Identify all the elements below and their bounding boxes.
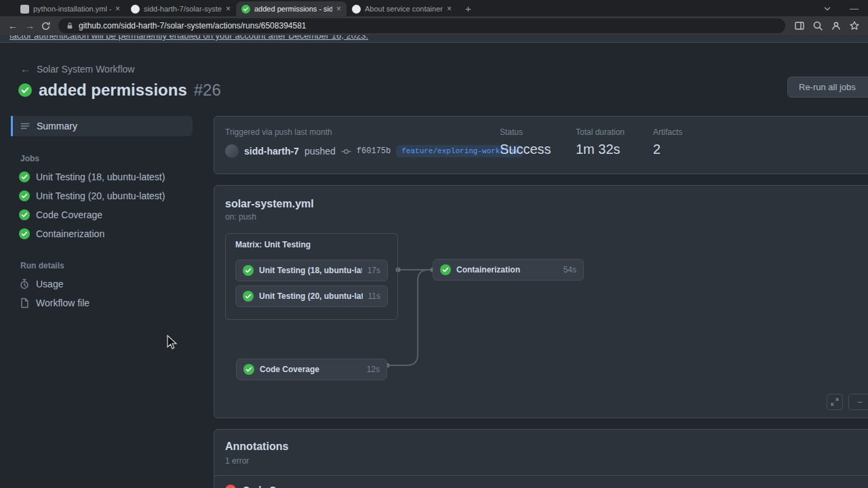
duration-label: Total duration [576, 127, 625, 137]
annotation-row-code-coverage[interactable]: Code Coverage [214, 475, 868, 488]
sidebar-job-code-coverage[interactable]: Code Coverage [11, 205, 193, 224]
status-stat: Status Success [500, 127, 551, 157]
jobs-section-label: Jobs [20, 154, 193, 163]
usage-label: Usage [36, 279, 63, 289]
github-favicon [131, 5, 140, 14]
zoom-out-button[interactable]: − [848, 394, 868, 410]
search-icon[interactable] [811, 20, 825, 31]
run-sidebar: Summary Jobs Unit Testing (18, ubuntu-la… [11, 116, 193, 488]
run-title-row: added permissions #26 [18, 81, 868, 100]
workflow-file-label: Workflow file [36, 298, 90, 308]
sidebar-job-containerization[interactable]: Containerization [11, 224, 193, 243]
graph-node-unit-testing-18[interactable]: Unit Testing (18, ubuntu-lat... 17s [235, 260, 388, 281]
url-text: github.com/sidd-harth-7/solar-system/act… [79, 21, 307, 30]
run-details-section-label: Run details [20, 261, 193, 270]
node-label: Containerization [456, 265, 558, 274]
github-actions-run-page: factor authentication will be permanentl… [0, 35, 868, 488]
duration-stat: Total duration 1m 32s [576, 127, 625, 157]
check-icon [243, 364, 254, 375]
run-status-check-icon [18, 83, 32, 97]
workflow-name-link[interactable]: Solar System Workflow [37, 64, 134, 75]
actor-login[interactable]: sidd-harth-7 [244, 146, 299, 157]
graph-node-unit-testing-20[interactable]: Unit Testing (20, ubuntu-lat... 11s [235, 285, 388, 307]
address-bar[interactable]: github.com/sidd-harth-7/solar-system/act… [58, 18, 785, 33]
close-tab-icon[interactable]: × [447, 5, 452, 13]
breadcrumb: ← Solar System Workflow [20, 63, 868, 75]
back-arrow-icon[interactable]: ← [20, 63, 31, 75]
check-icon [19, 171, 30, 182]
tab-service-containers[interactable]: About service containers - GitH × [347, 1, 457, 16]
graph-node-code-coverage[interactable]: Code Coverage 12s [236, 359, 387, 380]
browser-toolbar: ← → github.com/sidd-harth-7/solar-system… [0, 16, 868, 35]
artifacts-stat: Artifacts 2 [653, 127, 682, 157]
summary-label: Summary [37, 121, 77, 131]
chevron-down-icon[interactable] [823, 4, 832, 14]
annotation-job-name: Code Coverage [243, 485, 313, 488]
error-icon [225, 485, 236, 488]
annotations-count: 1 error [225, 456, 868, 466]
check-favicon [241, 5, 250, 14]
run-number: #26 [194, 81, 221, 100]
lock-icon [66, 22, 74, 30]
workflow-file-name: solar-system.yml [225, 198, 868, 210]
trigger-summary-card: Triggered via push last month sidd-harth… [214, 116, 868, 174]
side-panel-icon[interactable] [793, 20, 806, 31]
run-main-content: Triggered via push last month sidd-harth… [214, 116, 868, 488]
graph-node-containerization[interactable]: Containerization 54s [433, 259, 584, 281]
job-label: Unit Testing (18, ubuntu-latest) [36, 171, 165, 182]
rerun-all-jobs-button[interactable]: Re-run all jobs [787, 77, 868, 98]
annotations-card: Annotations 1 error Code Coverage [214, 429, 868, 488]
minimize-icon[interactable]: — [850, 3, 859, 14]
status-value: Success [500, 142, 551, 157]
node-label: Code Coverage [260, 365, 361, 374]
node-label: Unit Testing (18, ubuntu-lat... [259, 266, 362, 275]
annotations-title: Annotations [225, 441, 868, 453]
tab-solar-system-repo[interactable]: sidd-harth-7/solar-system at fe × [125, 1, 236, 16]
tab-added-permissions[interactable]: added permissions - sidd-harth × [236, 1, 347, 16]
profile-avatar-icon[interactable] [829, 20, 843, 31]
node-duration: 54s [564, 265, 576, 274]
browser-window: python-installation.yml - lab2 (C × sidd… [0, 0, 868, 488]
file-icon [19, 298, 30, 308]
fullscreen-button[interactable] [827, 394, 843, 410]
status-label: Status [500, 127, 551, 137]
sidebar-job-unit-testing-18[interactable]: Unit Testing (18, ubuntu-latest) [11, 167, 193, 186]
check-icon [19, 209, 30, 220]
sidebar-item-workflow-file[interactable]: Workflow file [11, 293, 193, 312]
forward-icon[interactable]: → [24, 20, 36, 32]
job-label: Containerization [36, 228, 104, 239]
sidebar-item-summary[interactable]: Summary [11, 116, 193, 136]
job-label: Code Coverage [36, 209, 102, 220]
matrix-group: Matrix: Unit Testing Unit Testing (18, u… [225, 233, 398, 320]
run-title: added permissions [39, 81, 187, 100]
fullscreen-icon [830, 397, 840, 407]
node-duration: 17s [368, 266, 380, 275]
close-tab-icon[interactable]: × [115, 5, 120, 13]
artifacts-value: 2 [653, 142, 682, 157]
stopwatch-icon [19, 279, 30, 289]
reload-icon[interactable] [41, 21, 51, 31]
sidebar-item-usage[interactable]: Usage [11, 274, 193, 293]
bookmark-star-icon[interactable] [848, 20, 861, 31]
sidebar-job-unit-testing-20[interactable]: Unit Testing (20, ubuntu-latest) [11, 186, 193, 205]
tab-title: sidd-harth-7/solar-system at fe [144, 5, 222, 13]
notice-banner-text: factor authentication will be permanentl… [9, 35, 368, 41]
commit-icon [341, 146, 351, 157]
check-icon [19, 228, 30, 239]
tab-title: About service containers - GitH [365, 5, 443, 13]
close-tab-icon[interactable]: × [226, 5, 231, 13]
artifacts-label: Artifacts [653, 127, 682, 137]
tab-title: python-installation.yml - lab2 (C [33, 5, 111, 13]
commit-sha-link[interactable]: f60175b [357, 146, 391, 156]
close-tab-icon[interactable]: × [336, 5, 341, 13]
node-duration: 12s [367, 365, 380, 374]
check-icon [243, 265, 254, 276]
workflow-graph-card: solar-system.yml on: push Matrix: Unit T… [214, 185, 868, 418]
tab-strip: python-installation.yml - lab2 (C × sidd… [0, 0, 868, 16]
new-tab-button[interactable]: + [465, 3, 471, 14]
check-icon [19, 190, 30, 201]
actor-avatar[interactable] [225, 144, 239, 158]
back-icon[interactable]: ← [7, 20, 19, 32]
node-label: Unit Testing (20, ubuntu-lat... [259, 291, 363, 301]
tab-python-installation[interactable]: python-installation.yml - lab2 (C × [15, 1, 125, 16]
